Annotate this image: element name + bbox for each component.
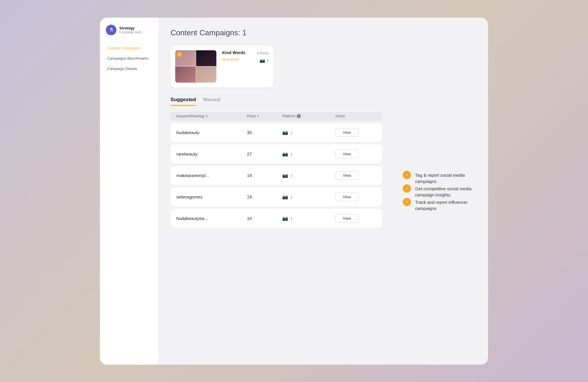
instagram-icon: 📷 xyxy=(260,58,265,63)
feature-item-2: ✓ Track and report influencer campaigns xyxy=(403,198,479,211)
td-platform-4: 📷 ♪ xyxy=(282,216,335,221)
feature-item-0: ✓ Tag & report social media campaigns xyxy=(403,171,479,184)
keywords-table: Keyword/Hashtag ⇅ Posts ⇅ Platform i Act… xyxy=(171,112,382,228)
td-posts-3: 19 xyxy=(247,194,282,199)
sidebar-item-content-campaigns[interactable]: Content Campaigns xyxy=(103,44,155,53)
campaign-link[interactable]: kind words xyxy=(222,57,239,61)
table-rows: hudabeauty 30 📷 ♪ View rarebeauty 27 📷 ♪… xyxy=(171,123,382,228)
sidebar-item-campaigns-benchmarks[interactable]: Campaigns Benchmarks xyxy=(103,54,155,63)
td-platform-3: 📷 ♪ xyxy=(282,194,335,200)
tiktok-icon-row-4: ♪ xyxy=(290,216,293,221)
table-row: selenagomez 19 📷 ♪ View xyxy=(171,187,382,206)
td-platform-1: 📷 ♪ xyxy=(282,151,335,157)
feature-text-2: Track and report influencer campaigns xyxy=(415,198,479,211)
td-posts-0: 30 xyxy=(247,130,282,135)
table-header: Keyword/Hashtag ⇅ Posts ⇅ Platform i Act… xyxy=(171,112,382,121)
td-action-2: View xyxy=(335,171,376,180)
tiktok-icon-row-2: ♪ xyxy=(290,173,293,178)
feature-text-1: Get competitive social media campaign in… xyxy=(415,184,479,198)
brand-subtitle: Campaign audi... xyxy=(119,30,144,34)
td-action-0: View xyxy=(335,128,376,137)
campaign-social-icons: 📷 ♪ xyxy=(260,58,269,63)
td-keyword-4: hudabeautyea... xyxy=(176,216,247,221)
brand-icon: ⚗ xyxy=(106,25,116,35)
features-list: ✓ Tag & report social media campaigns ✓ … xyxy=(403,171,479,211)
instagram-icon-row-0: 📷 xyxy=(282,130,288,135)
tabs-container: Suggested Manual xyxy=(171,97,382,106)
feature-text-0: Tag & report social media campaigns xyxy=(415,171,479,184)
view-button-3[interactable]: View xyxy=(335,193,359,201)
check-badge-1: ✓ xyxy=(403,184,411,193)
platform-info-icon: i xyxy=(297,114,301,118)
td-action-3: View xyxy=(335,193,376,201)
th-posts: Posts ⇅ xyxy=(247,114,282,118)
th-platform: Platform i xyxy=(282,114,335,118)
check-badge-0: ✓ xyxy=(403,171,411,179)
campaign-image-4 xyxy=(196,66,217,83)
posts-count: 4 Posts xyxy=(257,51,269,55)
gear-badge: ⚙ xyxy=(176,51,182,57)
view-button-4[interactable]: View xyxy=(335,214,359,223)
view-button-0[interactable]: View xyxy=(335,128,359,137)
tiktok-icon: ♪ xyxy=(267,58,269,63)
campaign-meta-bottom: kind words 📷 ♪ xyxy=(222,57,269,64)
sort-icon-keyword: ⇅ xyxy=(206,114,208,118)
th-action: Action xyxy=(335,114,376,118)
campaign-name: Kind Words xyxy=(222,50,245,55)
instagram-icon-row-4: 📷 xyxy=(282,216,288,221)
tab-manual[interactable]: Manual xyxy=(203,97,220,106)
brand-section: ⚗ Strategy Campaign audi... xyxy=(100,25,158,44)
table-row: makearareimpl... 19 📷 ♪ View xyxy=(171,166,382,185)
campaign-image-2 xyxy=(196,50,217,66)
td-posts-4: 10 xyxy=(247,216,282,221)
sort-icon-posts: ⇅ xyxy=(257,114,259,118)
td-posts-1: 27 xyxy=(247,151,282,156)
table-row: rarebeauty 27 📷 ♪ View xyxy=(171,144,382,164)
page-title: Content Campaigns: 1 xyxy=(171,28,382,37)
main-card: ⚗ Strategy Campaign audi... Content Camp… xyxy=(100,18,488,365)
table-row: hudabeautyea... 10 📷 ♪ View xyxy=(171,209,382,228)
instagram-icon-row-3: 📷 xyxy=(282,194,288,200)
campaign-image-3 xyxy=(175,66,196,83)
td-keyword-0: hudabeauty xyxy=(176,130,247,135)
td-platform-2: 📷 ♪ xyxy=(282,173,335,178)
table-row: hudabeauty 30 📷 ♪ View xyxy=(171,123,382,142)
td-keyword-3: selenagomez xyxy=(176,194,247,199)
check-badge-2: ✓ xyxy=(403,198,411,206)
th-keyword: Keyword/Hashtag ⇅ xyxy=(176,114,247,118)
sidebar-item-campaign-details[interactable]: Campaign Details xyxy=(103,64,155,73)
td-keyword-2: makearareimpl... xyxy=(176,173,247,178)
instagram-icon-row-1: 📷 xyxy=(282,151,288,157)
right-panel: ✓ Tag & report social media campaigns ✓ … xyxy=(394,18,488,365)
view-button-1[interactable]: View xyxy=(335,150,359,158)
tiktok-icon-row-0: ♪ xyxy=(290,130,293,135)
td-action-4: View xyxy=(335,214,376,223)
td-action-1: View xyxy=(335,150,376,158)
view-button-2[interactable]: View xyxy=(335,171,359,180)
main-content: Content Campaigns: 1 ⚙ Kind Words 4 Post… xyxy=(159,18,394,365)
campaign-info: Kind Words 4 Posts kind words 📷 ♪ xyxy=(222,50,269,64)
td-platform-0: 📷 ♪ xyxy=(282,130,335,135)
td-posts-2: 19 xyxy=(247,173,282,178)
tiktok-icon-row-3: ♪ xyxy=(290,195,293,199)
brand-text: Strategy Campaign audi... xyxy=(119,26,144,34)
td-keyword-1: rarebeauty xyxy=(176,151,247,156)
campaign-images: ⚙ xyxy=(175,50,216,83)
feature-item-1: ✓ Get competitive social media campaign … xyxy=(403,184,479,198)
tiktok-icon-row-1: ♪ xyxy=(290,152,293,156)
instagram-icon-row-2: 📷 xyxy=(282,173,288,178)
sidebar: ⚗ Strategy Campaign audi... Content Camp… xyxy=(100,18,159,365)
campaign-meta-top: Kind Words 4 Posts xyxy=(222,50,269,56)
tab-suggested[interactable]: Suggested xyxy=(171,97,196,106)
brand-title: Strategy xyxy=(119,26,144,30)
sidebar-nav: Content Campaigns Campaigns Benchmarks C… xyxy=(100,44,158,73)
campaign-card: ⚙ Kind Words 4 Posts kind words 📷 xyxy=(171,46,273,87)
